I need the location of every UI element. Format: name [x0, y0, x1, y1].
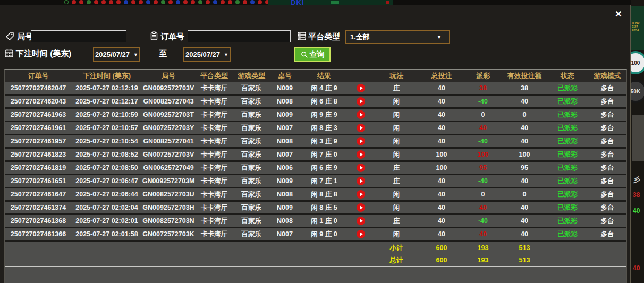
summary-total-bet: 600 — [419, 242, 464, 254]
chip-100: 100 — [631, 51, 644, 74]
cell-round-no: GN00825727043 — [142, 96, 195, 109]
play-video-icon[interactable] — [357, 230, 365, 238]
roadmap-dots — [65, 1, 68, 4]
cell-total-bet: 100 — [419, 162, 464, 175]
play-video-icon[interactable] — [357, 97, 365, 106]
cell-bet-time: 2025-07-27 02:01:58 — [72, 228, 142, 242]
cell-game-type: 百家乐 — [233, 162, 269, 175]
cell-play-type: 闲 — [374, 122, 419, 135]
cell-platform: 卡卡湾厅 — [195, 135, 233, 149]
play-video-icon[interactable] — [357, 110, 365, 119]
cell-result: 闲 8 庄 5 — [300, 202, 348, 215]
cell-payout: -40 — [464, 135, 502, 149]
summary-empty-cell — [5, 254, 72, 266]
play-video-icon[interactable] — [357, 84, 365, 92]
cell-round-no: GN0092572703H — [142, 202, 195, 215]
chevron-down-icon: ▼ — [224, 52, 228, 57]
cell-game-mode: 多台 — [588, 122, 626, 135]
summary-payout: 193 — [464, 254, 502, 266]
background-number: 38 — [633, 191, 640, 199]
cell-total-bet: 40 — [419, 82, 464, 96]
empty-filler-cell — [5, 266, 626, 283]
column-header: 桌号 — [269, 70, 300, 82]
summary-label: 小计 — [374, 242, 419, 254]
platform-type-label: 平台类型 — [308, 32, 340, 42]
cell-play-type: 庄 — [374, 175, 419, 188]
play-video-icon[interactable] — [357, 190, 365, 199]
cell-total-bet: 40 — [419, 96, 464, 109]
cell-round-no: GN0072572703K — [142, 228, 195, 242]
cell-payout: 0 — [464, 109, 502, 122]
cell-payout: 40 — [464, 228, 502, 242]
play-video-icon[interactable] — [357, 203, 365, 212]
close-icon[interactable]: × — [615, 8, 622, 20]
cell-game-type: 百家乐 — [233, 82, 269, 96]
cell-order-no: 250727027461963 — [5, 109, 72, 122]
play-video-icon[interactable] — [357, 177, 365, 185]
cell-total-bet: 40 — [419, 135, 464, 149]
play-video-icon[interactable] — [357, 124, 365, 132]
cell-result: 闲 9 庄 0 — [300, 228, 348, 242]
background-number: 40 — [633, 264, 640, 272]
date-from-value: 2025/07/27 — [95, 50, 130, 58]
cell-round-no: GN0072572703V — [142, 149, 195, 162]
cell-result: 闲 6 庄 8 — [300, 96, 348, 109]
cell-valid-bet: 100 — [502, 149, 547, 162]
cell-bet-time: 2025-07-27 02:08:52 — [72, 149, 142, 162]
total-row: 总计600193513 — [5, 254, 626, 266]
play-video-icon[interactable] — [357, 164, 365, 172]
column-header: 下注时间 (美东) — [72, 70, 142, 82]
cell-game-type: 百家乐 — [233, 228, 269, 242]
table-row: 2507270274613682025-07-27 02:02:01GN0082… — [5, 215, 626, 228]
cell-round-no: GN00625727049 — [142, 162, 195, 175]
cell-game-type: 百家乐 — [233, 149, 269, 162]
summary-empty-cell — [5, 242, 72, 254]
play-video-icon[interactable] — [357, 137, 365, 145]
cell-platform: 卡卡湾厅 — [195, 82, 233, 96]
summary-empty-cell — [588, 254, 626, 266]
cell-valid-bet: 40 — [502, 228, 547, 242]
cell-order-no: 250727027461823 — [5, 149, 72, 162]
cell-valid-bet: 95 — [502, 162, 547, 175]
cell-result: 闲 7 庄 0 — [300, 149, 348, 162]
platform-type-select[interactable]: 1.全部 ▼ — [345, 30, 450, 44]
cell-bet-time: 2025-07-27 02:02:01 — [72, 215, 142, 228]
cell-video — [348, 96, 374, 109]
cell-platform: 卡卡湾厅 — [195, 188, 233, 202]
table-row: 2507270274619572025-07-27 02:10:54GN0082… — [5, 135, 626, 149]
cell-platform: 卡卡湾厅 — [195, 96, 233, 109]
cell-order-no: 250727027461651 — [5, 175, 72, 188]
cell-table-no: N008 — [269, 215, 300, 228]
search-button[interactable]: 查询 — [294, 47, 331, 62]
chevron-down-icon: ▼ — [437, 35, 442, 40]
summary-empty-cell — [233, 254, 269, 266]
cell-bet-time: 2025-07-27 02:12:19 — [72, 82, 142, 96]
order-no-input[interactable] — [188, 30, 291, 42]
column-header: 总投注 — [419, 70, 464, 82]
cell-result: 闲 7 庄 1 — [300, 175, 348, 188]
cell-game-mode: 多台 — [588, 228, 626, 242]
cell-order-no: 250727027462043 — [5, 96, 72, 109]
round-no-input[interactable] — [31, 30, 126, 42]
cell-game-mode: 多台 — [588, 82, 626, 96]
date-to-select[interactable]: 2025/07/27 ▼ — [183, 47, 231, 62]
summary-empty-cell — [269, 242, 300, 254]
cell-table-no: N007 — [269, 228, 300, 242]
date-from-select[interactable]: 2025/07/27 ▼ — [93, 47, 140, 62]
cell-status: 已派彩 — [547, 135, 588, 149]
cell-result: 闲 8 庄 8 — [300, 188, 348, 202]
cell-game-mode: 多台 — [588, 135, 626, 149]
cell-status: 已派彩 — [547, 188, 588, 202]
cell-video — [348, 188, 374, 202]
column-header: 局号 — [142, 70, 195, 82]
cell-play-type: 闲 — [374, 188, 419, 202]
column-header: 派彩 — [464, 70, 502, 82]
table-row: 2507270274618192025-07-27 02:08:50GN0062… — [5, 162, 626, 175]
column-header: 游戏模式 — [588, 70, 626, 82]
chip-50k: 50K — [631, 80, 644, 103]
play-video-icon[interactable] — [357, 217, 365, 225]
summary-empty-cell — [348, 254, 374, 266]
cell-game-mode: 多台 — [588, 109, 626, 122]
cell-status: 已派彩 — [547, 96, 588, 109]
play-video-icon[interactable] — [357, 150, 365, 159]
